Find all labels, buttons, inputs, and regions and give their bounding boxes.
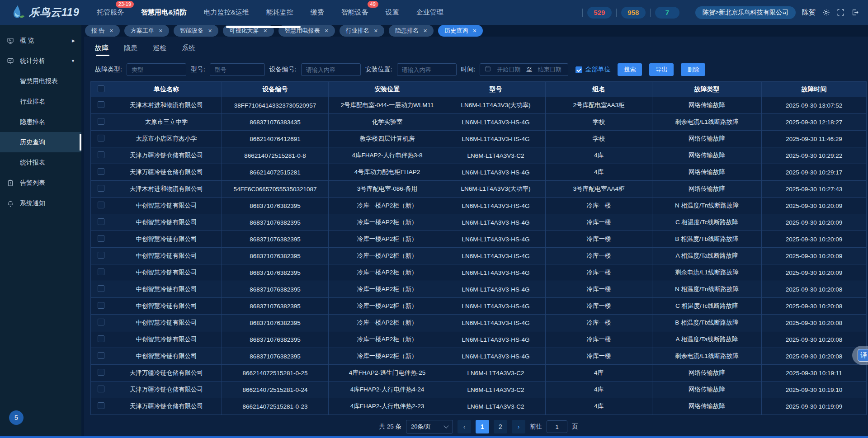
page-number-button[interactable]: 2 xyxy=(494,420,507,433)
sidebar-item-overview[interactable]: 概 览 ▶ xyxy=(0,30,81,51)
tab[interactable]: 行业排名 ✕ xyxy=(340,25,384,37)
top-nav-item-label: 电力监控&运维 xyxy=(204,8,249,16)
counter-pill[interactable]: 7 xyxy=(655,7,679,19)
top-nav-item[interactable]: 企业管理 xyxy=(416,5,443,19)
all-units-toggle[interactable]: 全部单位 xyxy=(576,66,610,74)
row-checkbox[interactable] xyxy=(98,185,104,192)
fault-cell: B 相温度/Tb线断路故障 xyxy=(652,315,762,331)
tab[interactable]: 历史查询 ✕ xyxy=(438,25,483,37)
row-checkbox-cell xyxy=(91,97,111,114)
sidebar-item-hazard-rank[interactable]: 隐患排名 xyxy=(0,112,81,132)
row-checkbox[interactable] xyxy=(98,386,104,392)
row-checkbox[interactable] xyxy=(98,268,104,275)
row-checkbox[interactable] xyxy=(98,335,104,342)
top-nav-item[interactable]: 智慧用电&消防 xyxy=(141,5,187,19)
tab-close-icon[interactable]: ✕ xyxy=(109,28,113,34)
sidebar-item-alarm-list[interactable]: 告警列表 xyxy=(0,173,81,193)
row-checkbox[interactable] xyxy=(98,135,104,141)
row-checkbox[interactable] xyxy=(98,319,104,325)
row-checkbox[interactable] xyxy=(98,252,104,259)
logout-icon[interactable] xyxy=(851,9,859,17)
all-units-checkbox[interactable] xyxy=(576,66,582,73)
tab-label: 报 告 xyxy=(91,27,105,35)
row-checkbox[interactable] xyxy=(98,101,104,108)
time-cell: 2025-09-30 10:20:08 xyxy=(762,281,867,298)
group-cell: 4库 xyxy=(546,381,652,398)
translate-fab[interactable]: 译 xyxy=(852,346,868,365)
page-size-select[interactable]: 20条/页 xyxy=(406,420,453,433)
corner-count-badge[interactable]: 5 xyxy=(9,410,24,425)
tab[interactable]: 隐患排名 ✕ xyxy=(389,25,434,37)
date-range-picker[interactable]: 开始日期 至 结束日期 xyxy=(480,63,568,76)
export-button[interactable]: 导出 xyxy=(649,63,674,76)
fullscreen-icon[interactable] xyxy=(836,9,844,17)
sidebar-item-label: 统计分析 xyxy=(20,57,45,65)
top-nav-item[interactable]: 电力监控&运维 xyxy=(204,5,249,19)
sidebar-item-power-report[interactable]: 智慧用电报表 xyxy=(0,71,81,91)
group-cell: 冷库一楼 xyxy=(546,298,652,315)
fault-cell: C 相温度/Tc线断路故障 xyxy=(652,298,762,315)
sub-tab[interactable]: 巡检 xyxy=(153,44,166,56)
counter-pill[interactable]: 529 xyxy=(587,7,612,19)
sub-tab[interactable]: 隐患 xyxy=(124,44,137,56)
device-no-input[interactable] xyxy=(301,63,361,76)
tab[interactable]: 方案工单 ✕ xyxy=(124,25,169,37)
tab[interactable]: 智能设备 ✕ xyxy=(174,25,218,37)
search-button[interactable]: 搜索 xyxy=(618,63,642,76)
sidebar-item-industry-rank[interactable]: 行业排名 xyxy=(0,91,81,112)
tab-close-icon[interactable]: ✕ xyxy=(374,28,378,34)
company-selector[interactable]: 陈贺>新北京乐鸟科技有限公司 xyxy=(695,6,796,19)
sub-tab[interactable]: 系统 xyxy=(182,44,195,56)
username[interactable]: 陈贺 xyxy=(802,8,816,17)
prev-page-button[interactable]: ‹ xyxy=(458,420,471,433)
row-checkbox[interactable] xyxy=(98,302,104,309)
delete-button[interactable]: 删除 xyxy=(681,63,705,76)
model-input[interactable] xyxy=(210,63,265,76)
row-checkbox[interactable] xyxy=(98,218,104,225)
counter-pill[interactable]: 958 xyxy=(621,7,646,19)
tab-close-icon[interactable]: ✕ xyxy=(472,28,476,34)
app-logo[interactable]: 乐鸟云119 xyxy=(0,5,84,21)
page-number-button[interactable]: 1 xyxy=(476,420,489,433)
location-input[interactable] xyxy=(397,63,457,76)
top-nav-item[interactable]: 能耗监控 xyxy=(266,5,293,19)
top-nav-item-label: 智能设备 xyxy=(341,8,368,16)
device-cell: 868371076383435 xyxy=(222,114,329,131)
tab-close-icon[interactable]: ✕ xyxy=(263,28,267,34)
tab[interactable]: 报 告 ✕ xyxy=(85,25,120,37)
tab-close-icon[interactable]: ✕ xyxy=(208,28,212,34)
tab-close-icon[interactable]: ✕ xyxy=(325,28,329,34)
row-checkbox[interactable] xyxy=(98,202,104,208)
top-nav-item[interactable]: 缴费 xyxy=(311,5,324,19)
chevron-down-icon: ▼ xyxy=(71,59,75,63)
tab-close-icon[interactable]: ✕ xyxy=(423,28,427,34)
settings-gear-icon[interactable] xyxy=(822,9,830,17)
top-nav-item[interactable]: 设置 xyxy=(386,5,399,19)
group-cell: 冷库一楼 xyxy=(546,214,652,231)
group-cell: 学校 xyxy=(546,131,652,147)
row-checkbox[interactable] xyxy=(98,168,104,175)
sidebar-item-system-notice[interactable]: 系统通知 xyxy=(0,193,81,213)
top-nav-item[interactable]: 智能设备 49 xyxy=(341,5,368,19)
row-checkbox[interactable] xyxy=(98,369,104,376)
sidebar-item-history-query[interactable]: 历史查询 xyxy=(0,132,81,152)
row-checkbox[interactable] xyxy=(98,235,104,242)
row-checkbox[interactable] xyxy=(98,352,104,359)
table-row: 中创智慧冷链有限公司 868371076382395 冷库一楼AP2柜（新） L… xyxy=(91,248,867,264)
row-checkbox[interactable] xyxy=(98,151,104,158)
sidebar-item-stat-report[interactable]: 统计报表 xyxy=(0,152,81,173)
goto-page-input[interactable] xyxy=(547,420,567,433)
next-page-button[interactable]: › xyxy=(512,420,525,433)
fault-table-wrap: 单位名称设备编号安装位置型号组名故障类型故障时间 天津木村进和物流有限公司 38… xyxy=(84,81,868,415)
table-row: 中创智慧冷链有限公司 868371076382395 冷库一楼AP2柜（新） L… xyxy=(91,214,867,231)
select-all-checkbox[interactable] xyxy=(98,85,104,92)
row-checkbox[interactable] xyxy=(98,285,104,292)
sub-tab[interactable]: 故障 xyxy=(95,44,108,56)
row-checkbox[interactable] xyxy=(98,118,104,125)
fault-type-select[interactable] xyxy=(127,63,186,76)
sidebar-item-stats[interactable]: 统计分析 ▼ xyxy=(0,51,81,71)
tab-close-icon[interactable]: ✕ xyxy=(159,28,163,34)
fault-cell: 网络传输故障 xyxy=(652,131,762,147)
top-nav-item[interactable]: 托管服务 23-19 xyxy=(97,5,124,19)
row-checkbox[interactable] xyxy=(98,402,104,409)
